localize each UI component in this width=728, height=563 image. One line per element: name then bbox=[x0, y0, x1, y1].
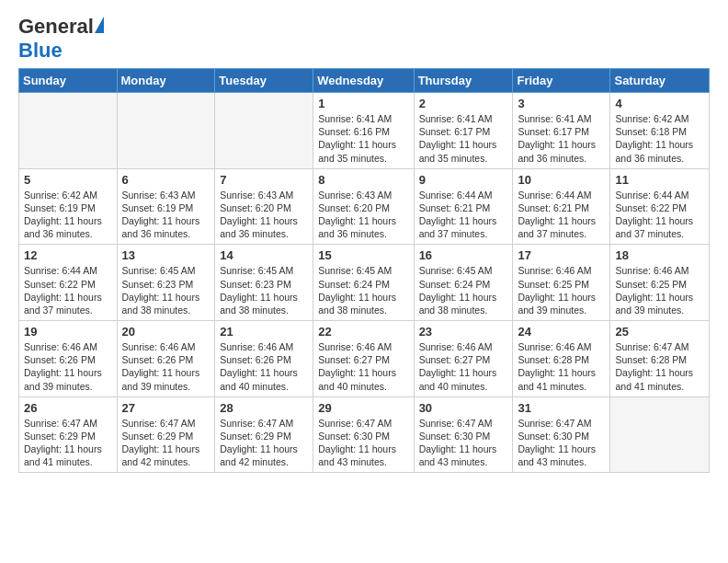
day-number: 25 bbox=[615, 325, 704, 339]
page: General Blue SundayMondayTuesdayWednesda… bbox=[0, 0, 728, 482]
day-info: Sunrise: 6:42 AM Sunset: 6:18 PM Dayligh… bbox=[615, 112, 704, 165]
day-info: Sunrise: 6:45 AM Sunset: 6:23 PM Dayligh… bbox=[122, 264, 210, 316]
calendar-cell: 13Sunrise: 6:45 AM Sunset: 6:23 PM Dayli… bbox=[117, 245, 215, 321]
week-row-2: 5Sunrise: 6:42 AM Sunset: 6:19 PM Daylig… bbox=[19, 168, 710, 245]
calendar-cell: 17Sunrise: 6:46 AM Sunset: 6:25 PM Dayli… bbox=[513, 245, 610, 321]
week-row-1: 1Sunrise: 6:41 AM Sunset: 6:16 PM Daylig… bbox=[19, 93, 710, 169]
calendar-cell: 27Sunrise: 6:47 AM Sunset: 6:29 PM Dayli… bbox=[117, 396, 215, 473]
day-number: 26 bbox=[24, 401, 112, 415]
weekday-header-friday: Friday bbox=[513, 69, 610, 93]
day-info: Sunrise: 6:47 AM Sunset: 6:28 PM Dayligh… bbox=[615, 340, 704, 393]
day-info: Sunrise: 6:45 AM Sunset: 6:23 PM Dayligh… bbox=[220, 264, 308, 316]
calendar-cell bbox=[19, 93, 118, 169]
day-number: 11 bbox=[615, 173, 704, 187]
week-row-4: 19Sunrise: 6:46 AM Sunset: 6:26 PM Dayli… bbox=[19, 321, 710, 397]
day-number: 12 bbox=[24, 248, 112, 262]
day-info: Sunrise: 6:47 AM Sunset: 6:30 PM Dayligh… bbox=[419, 417, 508, 469]
day-info: Sunrise: 6:47 AM Sunset: 6:30 PM Dayligh… bbox=[518, 417, 605, 469]
day-info: Sunrise: 6:46 AM Sunset: 6:27 PM Dayligh… bbox=[419, 340, 508, 393]
day-info: Sunrise: 6:46 AM Sunset: 6:27 PM Dayligh… bbox=[318, 340, 408, 393]
day-number: 3 bbox=[518, 97, 605, 110]
day-number: 30 bbox=[419, 401, 508, 415]
weekday-header-sunday: Sunday bbox=[19, 69, 118, 93]
day-number: 10 bbox=[518, 173, 605, 187]
day-info: Sunrise: 6:45 AM Sunset: 6:24 PM Dayligh… bbox=[318, 264, 408, 316]
calendar-cell: 14Sunrise: 6:45 AM Sunset: 6:23 PM Dayli… bbox=[215, 245, 313, 321]
calendar-cell: 15Sunrise: 6:45 AM Sunset: 6:24 PM Dayli… bbox=[313, 245, 414, 321]
calendar-cell bbox=[117, 93, 215, 169]
calendar-cell: 4Sunrise: 6:42 AM Sunset: 6:18 PM Daylig… bbox=[610, 93, 710, 169]
calendar-cell: 6Sunrise: 6:43 AM Sunset: 6:19 PM Daylig… bbox=[117, 168, 215, 245]
day-info: Sunrise: 6:45 AM Sunset: 6:24 PM Dayligh… bbox=[419, 264, 508, 316]
day-info: Sunrise: 6:47 AM Sunset: 6:30 PM Dayligh… bbox=[318, 417, 408, 469]
day-number: 4 bbox=[615, 97, 704, 110]
weekday-header-wednesday: Wednesday bbox=[313, 69, 414, 93]
calendar-cell: 26Sunrise: 6:47 AM Sunset: 6:29 PM Dayli… bbox=[19, 396, 118, 473]
weekday-header-tuesday: Tuesday bbox=[215, 69, 313, 93]
day-number: 14 bbox=[220, 248, 308, 262]
day-number: 27 bbox=[122, 401, 210, 415]
calendar: SundayMondayTuesdayWednesdayThursdayFrid… bbox=[18, 68, 710, 473]
day-number: 22 bbox=[318, 325, 408, 339]
day-number: 13 bbox=[122, 248, 210, 262]
day-number: 29 bbox=[318, 401, 408, 415]
day-number: 1 bbox=[318, 97, 408, 110]
calendar-cell: 9Sunrise: 6:44 AM Sunset: 6:21 PM Daylig… bbox=[414, 168, 513, 245]
calendar-cell: 19Sunrise: 6:46 AM Sunset: 6:26 PM Dayli… bbox=[19, 321, 118, 397]
day-info: Sunrise: 6:46 AM Sunset: 6:25 PM Dayligh… bbox=[615, 264, 704, 316]
calendar-cell: 21Sunrise: 6:46 AM Sunset: 6:26 PM Dayli… bbox=[215, 321, 313, 397]
day-info: Sunrise: 6:41 AM Sunset: 6:17 PM Dayligh… bbox=[419, 112, 508, 165]
calendar-cell: 11Sunrise: 6:44 AM Sunset: 6:22 PM Dayli… bbox=[610, 168, 710, 245]
calendar-cell: 20Sunrise: 6:46 AM Sunset: 6:26 PM Dayli… bbox=[117, 321, 215, 397]
weekday-header-thursday: Thursday bbox=[414, 69, 513, 93]
day-number: 24 bbox=[518, 325, 605, 339]
calendar-cell: 5Sunrise: 6:42 AM Sunset: 6:19 PM Daylig… bbox=[19, 168, 118, 245]
day-info: Sunrise: 6:46 AM Sunset: 6:28 PM Dayligh… bbox=[518, 340, 605, 393]
day-info: Sunrise: 6:46 AM Sunset: 6:25 PM Dayligh… bbox=[518, 264, 605, 316]
weekday-header-saturday: Saturday bbox=[610, 69, 710, 93]
day-info: Sunrise: 6:47 AM Sunset: 6:29 PM Dayligh… bbox=[122, 417, 210, 469]
calendar-cell: 10Sunrise: 6:44 AM Sunset: 6:21 PM Dayli… bbox=[513, 168, 610, 245]
logo-general-text: General bbox=[18, 15, 94, 39]
day-info: Sunrise: 6:47 AM Sunset: 6:29 PM Dayligh… bbox=[220, 417, 308, 469]
day-number: 16 bbox=[419, 248, 508, 262]
calendar-cell: 16Sunrise: 6:45 AM Sunset: 6:24 PM Dayli… bbox=[414, 245, 513, 321]
calendar-cell: 18Sunrise: 6:46 AM Sunset: 6:25 PM Dayli… bbox=[610, 245, 710, 321]
logo-triangle-icon bbox=[95, 17, 104, 33]
day-info: Sunrise: 6:42 AM Sunset: 6:19 PM Dayligh… bbox=[24, 189, 112, 241]
calendar-cell: 28Sunrise: 6:47 AM Sunset: 6:29 PM Dayli… bbox=[215, 396, 313, 473]
day-number: 21 bbox=[220, 325, 308, 339]
calendar-cell: 30Sunrise: 6:47 AM Sunset: 6:30 PM Dayli… bbox=[414, 396, 513, 473]
day-number: 18 bbox=[615, 248, 704, 262]
day-number: 5 bbox=[24, 173, 112, 187]
day-number: 2 bbox=[419, 97, 508, 110]
day-info: Sunrise: 6:41 AM Sunset: 6:17 PM Dayligh… bbox=[518, 112, 605, 165]
day-info: Sunrise: 6:41 AM Sunset: 6:16 PM Dayligh… bbox=[318, 112, 408, 165]
day-info: Sunrise: 6:44 AM Sunset: 6:22 PM Dayligh… bbox=[615, 189, 704, 241]
calendar-cell: 22Sunrise: 6:46 AM Sunset: 6:27 PM Dayli… bbox=[313, 321, 414, 397]
week-row-5: 26Sunrise: 6:47 AM Sunset: 6:29 PM Dayli… bbox=[19, 396, 710, 473]
calendar-cell: 24Sunrise: 6:46 AM Sunset: 6:28 PM Dayli… bbox=[513, 321, 610, 397]
day-info: Sunrise: 6:44 AM Sunset: 6:22 PM Dayligh… bbox=[24, 264, 112, 316]
calendar-cell bbox=[610, 396, 710, 473]
day-number: 6 bbox=[122, 173, 210, 187]
calendar-cell: 25Sunrise: 6:47 AM Sunset: 6:28 PM Dayli… bbox=[610, 321, 710, 397]
day-number: 8 bbox=[318, 173, 408, 187]
day-info: Sunrise: 6:47 AM Sunset: 6:29 PM Dayligh… bbox=[24, 417, 112, 469]
day-number: 7 bbox=[220, 173, 308, 187]
day-number: 9 bbox=[419, 173, 508, 187]
calendar-cell: 29Sunrise: 6:47 AM Sunset: 6:30 PM Dayli… bbox=[313, 396, 414, 473]
day-info: Sunrise: 6:43 AM Sunset: 6:20 PM Dayligh… bbox=[318, 189, 408, 241]
logo: General Blue bbox=[18, 15, 104, 63]
day-info: Sunrise: 6:44 AM Sunset: 6:21 PM Dayligh… bbox=[419, 189, 508, 241]
calendar-cell: 1Sunrise: 6:41 AM Sunset: 6:16 PM Daylig… bbox=[313, 93, 414, 169]
calendar-cell: 3Sunrise: 6:41 AM Sunset: 6:17 PM Daylig… bbox=[513, 93, 610, 169]
day-number: 31 bbox=[518, 401, 605, 415]
calendar-cell: 23Sunrise: 6:46 AM Sunset: 6:27 PM Dayli… bbox=[414, 321, 513, 397]
day-info: Sunrise: 6:46 AM Sunset: 6:26 PM Dayligh… bbox=[24, 340, 112, 393]
weekday-header-row: SundayMondayTuesdayWednesdayThursdayFrid… bbox=[19, 69, 710, 93]
header: General Blue bbox=[18, 15, 710, 63]
logo-blue-text: Blue bbox=[18, 39, 63, 63]
calendar-cell: 8Sunrise: 6:43 AM Sunset: 6:20 PM Daylig… bbox=[313, 168, 414, 245]
day-number: 20 bbox=[122, 325, 210, 339]
